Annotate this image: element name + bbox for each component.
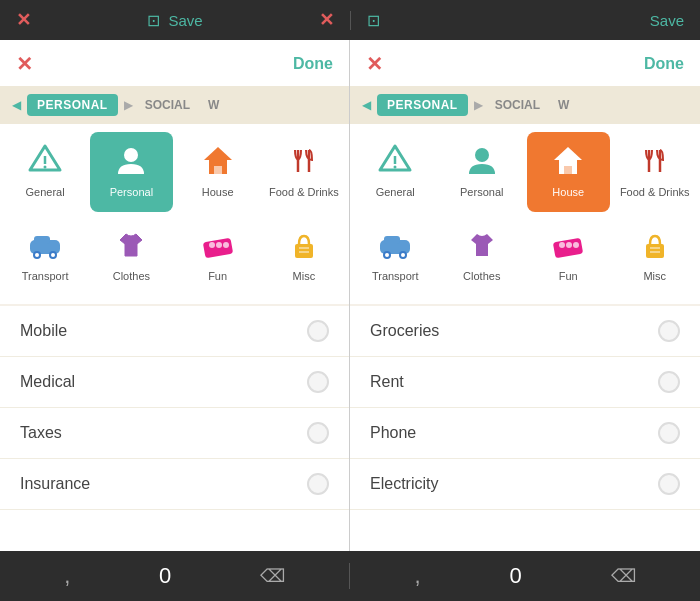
list-item-medical[interactable]: Medical bbox=[0, 357, 349, 408]
svg-point-25 bbox=[394, 166, 397, 169]
cat-house-right[interactable]: House bbox=[527, 132, 610, 212]
cat-misc-right[interactable]: Misc bbox=[614, 216, 697, 296]
svg-point-15 bbox=[51, 253, 55, 257]
personal-icon-right bbox=[461, 140, 503, 182]
cat-fun-label-right: Fun bbox=[559, 270, 578, 283]
svg-point-3 bbox=[124, 148, 138, 162]
tab-social-right[interactable]: SOCIAL bbox=[489, 94, 546, 116]
cat-misc-label-left: Misc bbox=[293, 270, 316, 283]
list-radio-phone[interactable] bbox=[658, 422, 680, 444]
svg-point-19 bbox=[223, 242, 229, 248]
cat-food-label-left: Food & Drinks bbox=[269, 186, 339, 199]
svg-rect-29 bbox=[564, 166, 572, 174]
list-item-rent[interactable]: Rent bbox=[350, 357, 700, 408]
personal-icon-left bbox=[110, 140, 152, 182]
bottom-half-right: , 0 ⌫ bbox=[350, 563, 700, 589]
list-item-insurance-label: Insurance bbox=[20, 475, 90, 493]
panel-left-close[interactable]: ✕ bbox=[16, 52, 33, 76]
svg-rect-6 bbox=[214, 166, 222, 174]
cat-clothes-label-right: Clothes bbox=[463, 270, 500, 283]
list-item-insurance[interactable]: Insurance bbox=[0, 459, 349, 510]
tab-personal-right[interactable]: PERSONAL bbox=[377, 94, 468, 116]
list-item-electricity[interactable]: Electricity bbox=[350, 459, 700, 510]
cat-clothes-label-left: Clothes bbox=[113, 270, 150, 283]
clothes-icon-right bbox=[461, 224, 503, 266]
save-button-left[interactable]: Save bbox=[168, 12, 202, 29]
svg-rect-34 bbox=[384, 236, 400, 244]
list-radio-insurance[interactable] bbox=[307, 473, 329, 495]
list-section-left: Mobile Medical Taxes Insurance bbox=[0, 306, 349, 551]
top-bar-close-right-top[interactable]: ✕ bbox=[319, 9, 334, 31]
save-button-right[interactable]: Save bbox=[650, 12, 684, 29]
cat-misc-label-right: Misc bbox=[643, 270, 666, 283]
cat-transport-right[interactable]: Transport bbox=[354, 216, 437, 296]
cat-general-left[interactable]: General bbox=[4, 132, 86, 212]
clothes-icon-left bbox=[110, 224, 152, 266]
cat-clothes-left[interactable]: Clothes bbox=[90, 216, 172, 296]
tab-separator-right: ▶ bbox=[474, 98, 483, 112]
cat-house-left[interactable]: House bbox=[177, 132, 259, 212]
svg-point-37 bbox=[385, 253, 389, 257]
general-icon-left bbox=[24, 140, 66, 182]
cat-personal-label-right: Personal bbox=[460, 186, 503, 199]
transport-icon-left bbox=[24, 224, 66, 266]
cat-clothes-right[interactable]: Clothes bbox=[441, 216, 524, 296]
cat-personal-label-left: Personal bbox=[110, 186, 153, 199]
cat-misc-left[interactable]: Misc bbox=[263, 216, 345, 296]
bottom-half-left: , 0 ⌫ bbox=[0, 563, 350, 589]
general-icon-right bbox=[374, 140, 416, 182]
cat-house-label-left: House bbox=[202, 186, 234, 199]
cat-transport-left[interactable]: Transport bbox=[4, 216, 86, 296]
backspace-right[interactable]: ⌫ bbox=[611, 565, 636, 587]
tab-w-left[interactable]: W bbox=[202, 94, 225, 116]
cat-food-right[interactable]: Food & Drinks bbox=[614, 132, 697, 212]
list-radio-groceries[interactable] bbox=[658, 320, 680, 342]
transport-icon-right bbox=[374, 224, 416, 266]
cat-personal-left[interactable]: Personal bbox=[90, 132, 172, 212]
cat-fun-right[interactable]: Fun bbox=[527, 216, 610, 296]
zero-right: 0 bbox=[509, 563, 521, 589]
panel-right-done[interactable]: Done bbox=[644, 55, 684, 73]
fun-icon-left bbox=[197, 224, 239, 266]
svg-point-40 bbox=[559, 242, 565, 248]
zero-left: 0 bbox=[159, 563, 171, 589]
svg-point-26 bbox=[475, 148, 489, 162]
comma-left: , bbox=[64, 563, 70, 589]
cat-food-left[interactable]: Food & Drinks bbox=[263, 132, 345, 212]
cat-general-right[interactable]: General bbox=[354, 132, 437, 212]
list-radio-medical[interactable] bbox=[307, 371, 329, 393]
list-radio-electricity[interactable] bbox=[658, 473, 680, 495]
cat-personal-right[interactable]: Personal bbox=[441, 132, 524, 212]
svg-marker-27 bbox=[554, 147, 582, 160]
panel-left: ✕ Done ◀ PERSONAL ▶ SOCIAL W General bbox=[0, 40, 350, 551]
comma-right: , bbox=[414, 563, 420, 589]
list-radio-mobile[interactable] bbox=[307, 320, 329, 342]
panel-left-done[interactable]: Done bbox=[293, 55, 333, 73]
cat-house-label-right: House bbox=[552, 186, 584, 199]
tab-w-right[interactable]: W bbox=[552, 94, 575, 116]
list-item-phone[interactable]: Phone bbox=[350, 408, 700, 459]
top-bar-right: ⊡ Save bbox=[350, 11, 700, 30]
top-bar-close-left[interactable]: ✕ bbox=[16, 9, 31, 31]
list-item-taxes[interactable]: Taxes bbox=[0, 408, 349, 459]
category-grid-right: General Personal bbox=[350, 124, 700, 304]
backspace-left[interactable]: ⌫ bbox=[260, 565, 285, 587]
panel-right-close[interactable]: ✕ bbox=[366, 52, 383, 76]
tab-personal-left[interactable]: PERSONAL bbox=[27, 94, 118, 116]
svg-rect-39 bbox=[553, 238, 583, 259]
panel-right: ✕ Done ◀ PERSONAL ▶ SOCIAL W General bbox=[350, 40, 700, 551]
list-item-groceries[interactable]: Groceries bbox=[350, 306, 700, 357]
camera-icon-right[interactable]: ⊡ bbox=[367, 11, 380, 30]
list-radio-rent[interactable] bbox=[658, 371, 680, 393]
misc-icon-right bbox=[634, 224, 676, 266]
panel-right-header: ✕ Done bbox=[350, 40, 700, 86]
cat-fun-left[interactable]: Fun bbox=[177, 216, 259, 296]
cat-fun-label-left: Fun bbox=[208, 270, 227, 283]
svg-point-2 bbox=[44, 166, 47, 169]
bottom-bar: , 0 ⌫ , 0 ⌫ bbox=[0, 551, 700, 601]
top-bar-left: ✕ ⊡ Save ✕ bbox=[0, 9, 350, 31]
list-item-mobile[interactable]: Mobile bbox=[0, 306, 349, 357]
list-radio-taxes[interactable] bbox=[307, 422, 329, 444]
camera-icon-left[interactable]: ⊡ bbox=[147, 11, 160, 30]
tab-social-left[interactable]: SOCIAL bbox=[139, 94, 196, 116]
